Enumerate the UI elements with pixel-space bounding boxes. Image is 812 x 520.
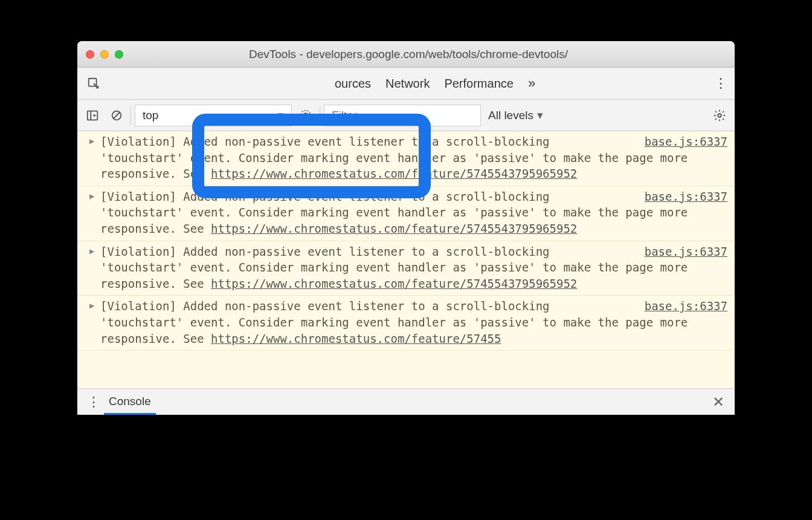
kebab-menu-icon[interactable]: ⋮ <box>83 392 104 412</box>
settings-icon[interactable] <box>709 105 730 126</box>
message-source-link[interactable]: base.js:6337 <box>645 189 727 205</box>
svg-point-5 <box>303 113 308 117</box>
chevron-down-icon: ▾ <box>537 108 543 122</box>
svg-rect-1 <box>88 111 98 120</box>
inspect-icon[interactable] <box>83 73 104 94</box>
context-label: top <box>143 109 158 122</box>
drawer-tab-console[interactable]: Console <box>104 389 156 415</box>
panel-tabs: ources Network Performance » ⋮ <box>77 68 735 100</box>
titlebar: DevTools - developers.google.com/web/too… <box>77 41 735 68</box>
svg-point-7 <box>718 114 721 117</box>
minimize-icon[interactable] <box>100 50 109 59</box>
tab-sources[interactable]: ources <box>327 68 378 99</box>
expand-toggle-icon[interactable]: ▶ <box>89 245 94 258</box>
levels-label: All levels <box>488 109 533 122</box>
log-levels-dropdown[interactable]: All levels ▾ <box>485 108 547 122</box>
message-source-link[interactable]: base.js:6337 <box>645 134 727 150</box>
console-toolbar: top ▾ All levels ▾ <box>77 100 735 131</box>
live-expression-icon[interactable] <box>295 105 316 126</box>
filter-input[interactable] <box>324 105 481 126</box>
message-link[interactable]: https://www.chromestatus.com/feature/574… <box>211 277 577 290</box>
svg-point-6 <box>301 110 311 120</box>
expand-toggle-icon[interactable]: ▶ <box>89 300 94 312</box>
console-message: ▶ base.js:6337 [Violation] Added non-pas… <box>77 241 735 296</box>
console-message: ▶ base.js:6337 [Violation] Added non-pas… <box>77 131 735 186</box>
window-title: DevTools - developers.google.com/web/too… <box>123 48 694 61</box>
message-prefix: [Violation] <box>100 190 183 203</box>
console-message: ▶ base.js:6337 [Violation] Added non-pas… <box>77 296 735 351</box>
console-message: ▶ base.js:6337 [Violation] Added non-pas… <box>77 186 735 241</box>
maximize-icon[interactable] <box>115 50 123 59</box>
context-selector[interactable]: top ▾ <box>135 105 292 126</box>
console-messages: ▶ base.js:6337 [Violation] Added non-pas… <box>77 131 735 388</box>
devtools-window: DevTools - developers.google.com/web/too… <box>77 41 735 415</box>
show-console-sidebar-icon[interactable] <box>82 105 103 126</box>
message-prefix: [Violation] <box>100 299 183 313</box>
chevron-down-icon: ▾ <box>278 108 284 122</box>
kebab-menu-icon[interactable]: ⋮ <box>710 73 731 94</box>
message-prefix: [Violation] <box>100 245 183 258</box>
message-source-link[interactable]: base.js:6337 <box>645 244 727 260</box>
message-prefix: [Violation] <box>100 135 183 148</box>
traffic-lights <box>86 50 123 59</box>
tab-network[interactable]: Network <box>378 68 437 99</box>
close-icon[interactable] <box>86 50 94 59</box>
message-link[interactable]: https://www.chromestatus.com/feature/574… <box>211 167 577 180</box>
tabs-overflow-icon[interactable]: » <box>521 68 543 99</box>
drawer: ⋮ Console ✕ <box>77 388 735 415</box>
message-source-link[interactable]: base.js:6337 <box>645 298 727 314</box>
close-icon[interactable]: ✕ <box>708 392 729 412</box>
tab-performance[interactable]: Performance <box>437 68 521 99</box>
expand-toggle-icon[interactable]: ▶ <box>89 135 94 148</box>
expand-toggle-icon[interactable]: ▶ <box>89 190 94 203</box>
svg-line-4 <box>114 112 120 119</box>
clear-console-icon[interactable] <box>106 105 127 126</box>
message-link[interactable]: https://www.chromestatus.com/feature/574… <box>211 332 501 345</box>
message-link[interactable]: https://www.chromestatus.com/feature/574… <box>211 222 577 235</box>
